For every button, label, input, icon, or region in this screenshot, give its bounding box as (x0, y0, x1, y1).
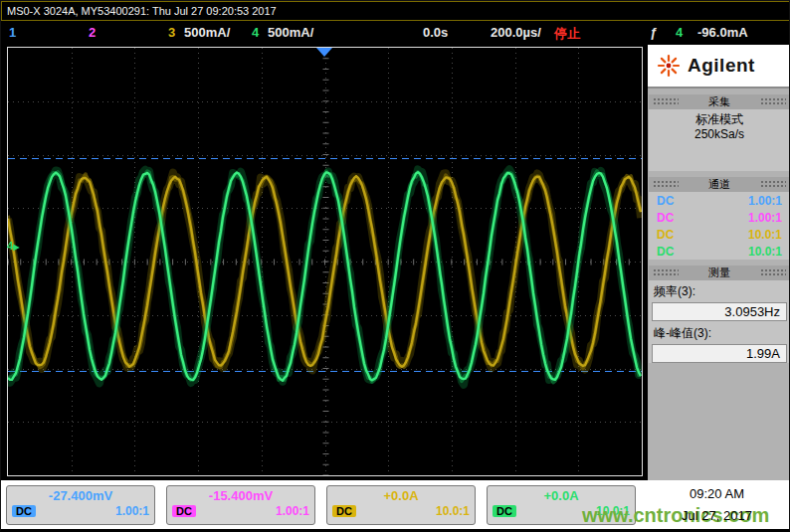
title-bar: MS0-X 3024A, MY53400291: Thu Jul 27 09:2… (1, 1, 790, 21)
channel4-button[interactable]: 4 (252, 25, 259, 40)
channels-panel-header: 通道 (649, 177, 790, 192)
sample-rate: 250kSa/s (649, 127, 790, 142)
channel3-row: DC 10.0:1 (649, 226, 790, 243)
graticule-area: 4▶ (7, 47, 643, 476)
timebase-setting[interactable]: 200.0µs/ (491, 25, 541, 40)
channel3-button[interactable]: 3 (168, 25, 175, 40)
acquire-mode: 标准模式 (649, 112, 790, 127)
channel1-box[interactable]: -27.400mV DC 1.00:1 (6, 485, 155, 525)
channel4-ground-marker: 4▶ (7, 241, 19, 253)
channel3-coupling-badge: DC (332, 505, 356, 517)
channel1-row: DC 1.00:1 (649, 192, 790, 209)
channel4-row: DC 10.0:1 (649, 243, 790, 260)
bottom-bar: -27.400mV DC 1.00:1 -15.400mV DC 1.00:1 … (1, 480, 790, 530)
channel2-coupling-badge: DC (172, 505, 196, 517)
sidebar: Agilent 采集 标准模式 250kSa/s 通道 DC 1.00:1 DC… (648, 45, 790, 480)
channel3-offset: +0.0A (327, 488, 475, 503)
channel1-coupling-badge: DC (12, 505, 36, 517)
channel1-offset: -27.400mV (7, 488, 154, 503)
trigger-source[interactable]: 4 (676, 25, 683, 40)
trigger-level[interactable]: -96.0mA (697, 25, 748, 40)
instrument-id-text: MS0-X 3024A, MY53400291: Thu Jul 27 09:2… (7, 5, 277, 17)
display-area: 4▶ (1, 45, 648, 480)
status-bar: 1 2 3 500mA/ 4 500mA/ 0.0s 200.0µs/ 停止 ƒ… (1, 21, 790, 45)
right-arrow-icon: ▶ (13, 243, 19, 252)
channel3-scale[interactable]: 500mA/ (184, 25, 230, 40)
peak-to-peak-label: 峰-峰值(3): (649, 322, 790, 343)
channel4-coupling-badge: DC (493, 505, 516, 517)
brand-area: Agilent (648, 45, 790, 89)
channel4-offset: +0.0A (488, 488, 635, 503)
run-stop-state[interactable]: 停止 (554, 25, 580, 43)
channel2-probe: 1.00:1 (276, 504, 309, 518)
frequency-label: 频率(3): (649, 280, 790, 301)
horizontal-delay[interactable]: 0.0s (423, 25, 448, 40)
oscilloscope-screen: MS0-X 3024A, MY53400291: Thu Jul 27 09:2… (0, 0, 790, 532)
agilent-starburst-icon (657, 54, 681, 78)
channel2-offset: -15.400mV (167, 488, 314, 503)
acquire-panel-body: 标准模式 250kSa/s (649, 109, 790, 171)
channel2-button[interactable]: 2 (89, 25, 96, 40)
trigger-edge-icon[interactable]: ƒ (650, 25, 657, 40)
peak-to-peak-value: 1.99A (652, 344, 787, 363)
channel4-scale[interactable]: 500mA/ (268, 25, 313, 40)
waveform-display (8, 48, 642, 475)
channel1-button[interactable]: 1 (9, 25, 16, 40)
channel1-probe: 1.00:1 (115, 504, 149, 518)
clock-time: 09:20 AM (643, 486, 790, 501)
measure-panel-body: 频率(3): 3.0953Hz 峰-峰值(3): 1.99A (649, 280, 790, 363)
channel3-probe: 10.0:1 (436, 504, 470, 518)
frequency-value: 3.0953Hz (652, 302, 787, 321)
acquire-panel-header: 采集 (649, 94, 790, 109)
brand-name: Agilent (688, 55, 755, 77)
clock-date: Jul 27, 2017 (643, 508, 790, 523)
channels-panel-body: DC 1.00:1 DC 1.00:1 DC 10.0:1 DC 10.0:1 (649, 192, 790, 260)
channel3-box[interactable]: +0.0A DC 10.0:1 (326, 485, 476, 525)
measure-panel-header: 测量 (649, 266, 790, 280)
channel2-row: DC 1.00:1 (649, 209, 790, 226)
clock: 09:20 AM Jul 27, 2017 (643, 486, 790, 523)
channel2-box[interactable]: -15.400mV DC 1.00:1 (166, 485, 315, 525)
